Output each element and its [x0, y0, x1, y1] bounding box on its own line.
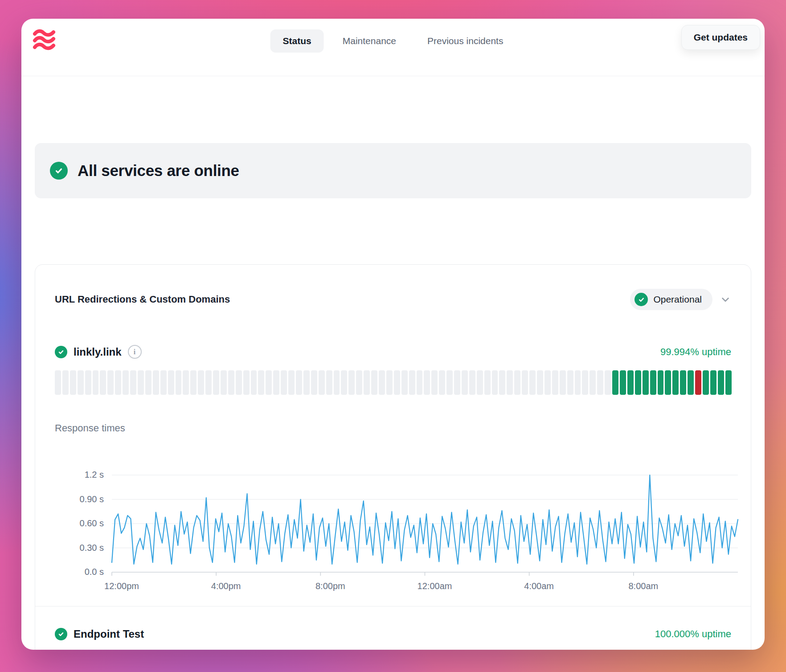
uptime-segment-gray[interactable]	[364, 370, 370, 395]
uptime-segment-gray[interactable]	[417, 370, 423, 395]
uptime-segment-gray[interactable]	[582, 370, 588, 395]
uptime-segment-gray[interactable]	[176, 370, 182, 395]
uptime-segment-gray[interactable]	[130, 370, 136, 395]
uptime-segment-green[interactable]	[658, 370, 664, 395]
uptime-segment-gray[interactable]	[605, 370, 611, 395]
uptime-segment-gray[interactable]	[273, 370, 279, 395]
uptime-segment-gray[interactable]	[258, 370, 264, 395]
uptime-segment-gray[interactable]	[529, 370, 536, 395]
uptime-segment-gray[interactable]	[334, 370, 340, 395]
uptime-segment-gray[interactable]	[514, 370, 520, 395]
response-times-chart[interactable]: 1.2 s0.90 s0.60 s0.30 s0.0 s12:00pm4:00p…	[55, 447, 731, 581]
uptime-segment-gray[interactable]	[522, 370, 528, 395]
uptime-segment-gray[interactable]	[236, 370, 242, 395]
uptime-segment-green[interactable]	[627, 370, 634, 395]
uptime-segment-gray[interactable]	[386, 370, 393, 395]
uptime-segment-gray[interactable]	[424, 370, 430, 395]
uptime-segment-gray[interactable]	[507, 370, 513, 395]
uptime-segment-gray[interactable]	[348, 370, 355, 395]
uptime-segment-gray[interactable]	[319, 370, 325, 395]
operational-status-badge[interactable]: Operational	[630, 289, 712, 310]
uptime-segment-gray[interactable]	[379, 370, 385, 395]
uptime-segment-gray[interactable]	[462, 370, 468, 395]
uptime-segment-gray[interactable]	[356, 370, 362, 395]
uptime-segment-gray[interactable]	[544, 370, 551, 395]
get-updates-button[interactable]: Get updates	[681, 25, 760, 50]
uptime-segment-gray[interactable]	[341, 370, 347, 395]
uptime-segment-gray[interactable]	[326, 370, 332, 395]
uptime-segment-gray[interactable]	[484, 370, 491, 395]
uptime-segment-gray[interactable]	[590, 370, 596, 395]
info-icon[interactable]: i	[128, 345, 142, 359]
uptime-segment-gray[interactable]	[243, 370, 250, 395]
nav-tab-previous-incidents[interactable]: Previous incidents	[415, 29, 516, 53]
uptime-segment-gray[interactable]	[597, 370, 603, 395]
uptime-segment-green[interactable]	[672, 370, 679, 395]
uptime-segment-gray[interactable]	[439, 370, 445, 395]
uptime-segment-gray[interactable]	[70, 370, 76, 395]
uptime-segment-gray[interactable]	[567, 370, 573, 395]
uptime-segment-green[interactable]	[725, 370, 732, 395]
uptime-segment-gray[interactable]	[183, 370, 189, 395]
uptime-segment-gray[interactable]	[288, 370, 295, 395]
uptime-segment-gray[interactable]	[499, 370, 505, 395]
uptime-segment-gray[interactable]	[552, 370, 558, 395]
uptime-segment-gray[interactable]	[100, 370, 106, 395]
uptime-segment-gray[interactable]	[477, 370, 483, 395]
uptime-segment-gray[interactable]	[62, 370, 69, 395]
uptime-segment-green[interactable]	[620, 370, 626, 395]
uptime-segment-gray[interactable]	[93, 370, 99, 395]
uptime-segment-gray[interactable]	[221, 370, 227, 395]
uptime-segment-green[interactable]	[643, 370, 649, 395]
uptime-segment-gray[interactable]	[228, 370, 234, 395]
response-times-plot[interactable]	[112, 475, 738, 577]
uptime-segment-gray[interactable]	[560, 370, 566, 395]
uptime-segment-gray[interactable]	[153, 370, 159, 395]
uptime-segment-gray[interactable]	[85, 370, 91, 395]
uptime-segment-gray[interactable]	[394, 370, 400, 395]
uptime-segment-gray[interactable]	[190, 370, 196, 395]
uptime-segment-gray[interactable]	[55, 370, 61, 395]
uptime-segment-green[interactable]	[680, 370, 686, 395]
uptime-segment-gray[interactable]	[575, 370, 581, 395]
uptime-segment-gray[interactable]	[537, 370, 543, 395]
uptime-segment-gray[interactable]	[251, 370, 257, 395]
uptime-segment-gray[interactable]	[492, 370, 498, 395]
uptime-segment-gray[interactable]	[123, 370, 129, 395]
nav-tab-status[interactable]: Status	[270, 29, 324, 53]
uptime-segment-gray[interactable]	[303, 370, 310, 395]
uptime-segment-gray[interactable]	[213, 370, 219, 395]
uptime-segment-green[interactable]	[650, 370, 656, 395]
uptime-segment-gray[interactable]	[371, 370, 377, 395]
linkly-logo[interactable]	[30, 26, 58, 53]
uptime-segment-gray[interactable]	[454, 370, 460, 395]
uptime-segment-green[interactable]	[665, 370, 671, 395]
uptime-segment-green[interactable]	[718, 370, 724, 395]
uptime-segment-green[interactable]	[635, 370, 641, 395]
uptime-segment-gray[interactable]	[115, 370, 121, 395]
uptime-segment-gray[interactable]	[296, 370, 302, 395]
uptime-segment-green[interactable]	[688, 370, 694, 395]
uptime-segment-gray[interactable]	[138, 370, 144, 395]
uptime-segment-gray[interactable]	[107, 370, 114, 395]
uptime-segment-gray[interactable]	[168, 370, 174, 395]
uptime-segment-gray[interactable]	[469, 370, 475, 395]
uptime-segment-gray[interactable]	[78, 370, 84, 395]
chevron-down-icon[interactable]	[720, 294, 731, 305]
uptime-segment-green[interactable]	[710, 370, 716, 395]
uptime-segment-gray[interactable]	[311, 370, 317, 395]
uptime-segment-gray[interactable]	[446, 370, 453, 395]
uptime-segment-gray[interactable]	[145, 370, 151, 395]
uptime-segment-gray[interactable]	[431, 370, 438, 395]
uptime-segment-gray[interactable]	[266, 370, 272, 395]
uptime-segment-gray[interactable]	[409, 370, 415, 395]
uptime-segment-gray[interactable]	[205, 370, 212, 395]
nav-tab-maintenance[interactable]: Maintenance	[330, 29, 409, 53]
uptime-segment-red[interactable]	[695, 370, 701, 395]
uptime-segment-gray[interactable]	[160, 370, 167, 395]
uptime-segment-green[interactable]	[703, 370, 709, 395]
uptime-segment-gray[interactable]	[281, 370, 287, 395]
uptime-segment-gray[interactable]	[401, 370, 408, 395]
uptime-segment-gray[interactable]	[198, 370, 204, 395]
uptime-segment-green[interactable]	[612, 370, 618, 395]
